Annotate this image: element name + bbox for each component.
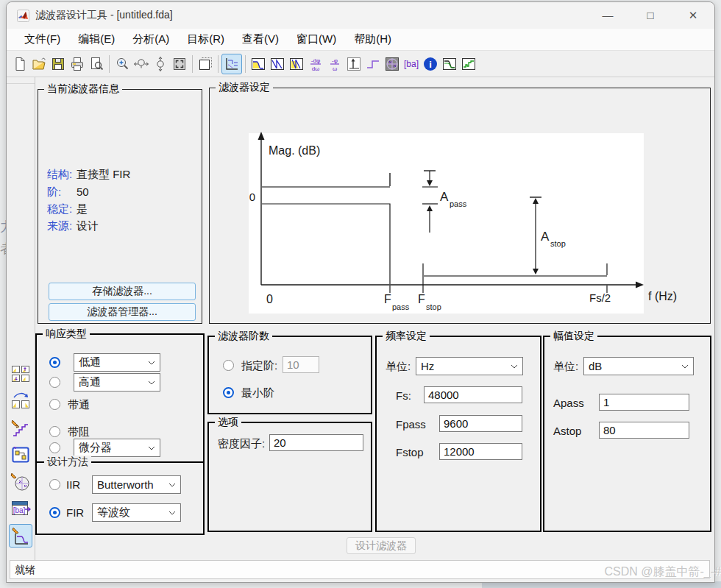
- filter-coefficients-icon[interactable]: [ba]: [402, 54, 421, 74]
- sidebar-top-divider: [7, 83, 35, 84]
- fpass-input[interactable]: [439, 415, 522, 432]
- svg-text:pass: pass: [450, 199, 467, 208]
- differentiator-combo[interactable]: 微分器: [74, 439, 160, 457]
- design-filter-button[interactable]: 设计滤波器: [347, 537, 416, 554]
- specify-order-input[interactable]: [283, 356, 319, 373]
- menu-targets[interactable]: 目标(R): [178, 30, 233, 49]
- menu-view[interactable]: 查看(V): [233, 30, 288, 49]
- bandstop-label: 带阻: [68, 425, 90, 439]
- iir-radio[interactable]: [49, 479, 60, 490]
- svg-text:ω: ω: [333, 65, 337, 72]
- info-value: 50: [77, 185, 89, 198]
- minimum-order-radio[interactable]: [223, 387, 234, 398]
- highpass-radio[interactable]: [49, 377, 60, 388]
- toolbar-separator: [218, 55, 219, 73]
- fstop-input[interactable]: [439, 443, 522, 460]
- svg-text:stop: stop: [426, 302, 441, 311]
- full-view-icon[interactable]: [170, 54, 189, 74]
- group-delay-icon[interactable]: -dφdω: [306, 54, 325, 74]
- impulse-response-icon[interactable]: [344, 54, 363, 74]
- close-button[interactable]: ✕: [672, 2, 714, 29]
- bandpass-radio[interactable]: [49, 399, 60, 410]
- lowpass-radio[interactable]: [49, 357, 60, 368]
- magnitude-spec-panel: 幅值设定 单位: dB Apass Astop: [543, 336, 711, 532]
- phase-delay-icon[interactable]: -φω: [325, 54, 344, 74]
- fir-label: FIR: [66, 506, 84, 519]
- open-file-icon[interactable]: [29, 54, 49, 74]
- minimize-button[interactable]: —: [586, 2, 629, 29]
- menu-edit[interactable]: 编辑(E): [69, 30, 124, 49]
- filter-order-panel: 滤波器阶数 指定阶: 最小阶: [207, 336, 372, 414]
- lowpass-combo[interactable]: 低通: [74, 353, 160, 372]
- astop-label: Astop: [553, 425, 581, 437]
- magnitude-and-phase-icon[interactable]: [287, 54, 306, 74]
- design-filter-icon[interactable]: [9, 524, 32, 548]
- import-filter-icon[interactable]: [ba]: [9, 497, 32, 520]
- store-filter-button[interactable]: 存储滤波器...: [49, 283, 196, 300]
- frequency-spec-panel: 频率设定 单位: Hz Fs: Fpass Fstop: [375, 336, 541, 532]
- phase-response-icon[interactable]: [268, 54, 287, 74]
- maximize-button[interactable]: □: [629, 2, 672, 29]
- realize-model-icon[interactable]: [9, 443, 32, 467]
- svg-text:[ba]: [ba]: [404, 59, 419, 69]
- zoom-x-icon[interactable]: [132, 54, 151, 74]
- menu-file[interactable]: 文件(F): [15, 30, 69, 49]
- zoom-in-icon[interactable]: [113, 54, 132, 74]
- print-icon[interactable]: [68, 54, 87, 74]
- fir-method-combo[interactable]: 等波纹: [92, 503, 181, 522]
- svg-text:Mag. (dB): Mag. (dB): [269, 144, 320, 157]
- apass-label: Apass: [553, 397, 584, 409]
- mag-unit-combo[interactable]: dB: [583, 357, 694, 375]
- menu-help[interactable]: 帮助(H): [345, 30, 400, 49]
- apass-input[interactable]: [599, 394, 689, 411]
- save-icon[interactable]: [49, 54, 68, 74]
- toolbar: -dφdω -φω [ba] i: [7, 51, 714, 77]
- differentiator-radio[interactable]: [49, 442, 60, 453]
- filter-information-icon[interactable]: i: [421, 54, 440, 74]
- svg-text:stop: stop: [550, 239, 566, 248]
- svg-text:i: i: [429, 59, 432, 70]
- density-factor-input[interactable]: [269, 434, 363, 451]
- filter-specification-icon[interactable]: [221, 54, 242, 74]
- quantized-response-icon[interactable]: [459, 54, 478, 74]
- iir-method-combo[interactable]: Butterworth: [92, 475, 181, 494]
- set-quantization-parameters-icon[interactable]: [9, 417, 32, 440]
- title-bar[interactable]: 滤波器设计工具 - [untitled.fda] — □ ✕: [7, 2, 714, 29]
- svg-text:Fs/2: Fs/2: [589, 291, 611, 304]
- svg-text:dω: dω: [312, 65, 320, 72]
- menu-analysis[interactable]: 分析(A): [124, 30, 178, 49]
- panel-title: 频率设定: [383, 330, 430, 343]
- info-value: 设计: [77, 219, 99, 233]
- panel-title: 滤波器阶数: [215, 330, 272, 343]
- step-response-icon[interactable]: [363, 54, 383, 74]
- panel-title: 当前滤波器信息: [44, 82, 122, 96]
- create-multirate-filter-icon[interactable]: [9, 362, 32, 386]
- bandstop-radio[interactable]: [49, 426, 60, 437]
- menu-bar: 文件(F) 编辑(E) 分析(A) 目标(R) 查看(V) 窗口(W) 帮助(H…: [7, 29, 714, 51]
- pole-zero-editor-icon[interactable]: [9, 470, 32, 494]
- density-factor-label: 密度因子:: [218, 437, 265, 451]
- new-file-icon[interactable]: [10, 54, 29, 74]
- menu-window[interactable]: 窗口(W): [288, 30, 345, 49]
- astop-input[interactable]: [599, 422, 689, 439]
- info-value: 直接型 FIR: [77, 168, 130, 182]
- specify-order-label: 指定阶:: [241, 359, 277, 373]
- transform-filter-icon[interactable]: [9, 389, 32, 413]
- highpass-combo[interactable]: 高通: [74, 373, 160, 392]
- svg-text:0: 0: [249, 191, 255, 203]
- specify-order-radio[interactable]: [223, 360, 234, 371]
- filter-spec-panel: 滤波器设定 Mag. (dB) 0 A pass: [209, 88, 711, 324]
- print-preview-icon[interactable]: [87, 54, 106, 74]
- pole-zero-plot-icon[interactable]: [383, 54, 402, 74]
- magnitude-response-icon[interactable]: [249, 54, 268, 74]
- fs-input[interactable]: [424, 386, 522, 403]
- bandpass-label: 带通: [68, 398, 90, 412]
- fir-radio[interactable]: [49, 507, 60, 518]
- new-window-icon[interactable]: [196, 54, 215, 74]
- freq-unit-combo[interactable]: Hz: [416, 357, 523, 375]
- svg-text:A: A: [541, 230, 550, 244]
- filter-manager-button[interactable]: 滤波器管理器...: [49, 303, 196, 321]
- filter-realization-icon[interactable]: [440, 54, 459, 74]
- options-panel: 选项 密度因子:: [207, 422, 372, 532]
- zoom-y-icon[interactable]: [151, 54, 170, 74]
